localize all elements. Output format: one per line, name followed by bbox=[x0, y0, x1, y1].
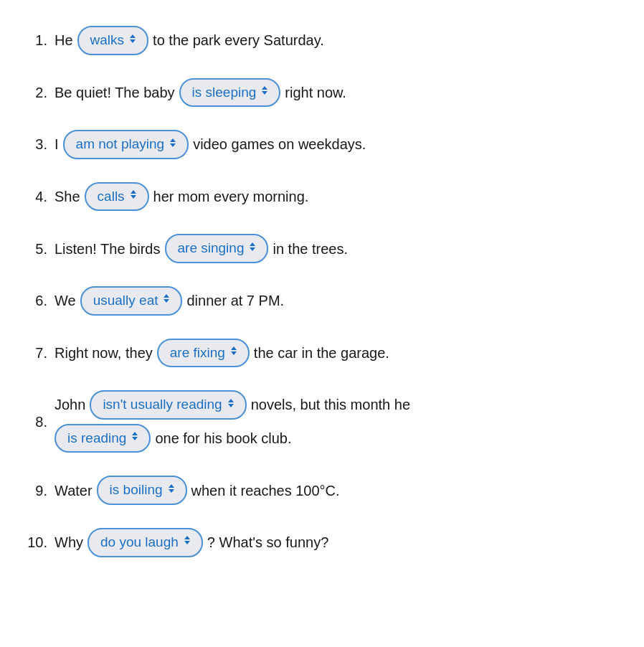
sentence-text: He bbox=[55, 30, 73, 50]
sentence-wrap: Shecallsher mom every morning. bbox=[55, 182, 622, 212]
list-item: 7.Right now, theyare fixingthe car in th… bbox=[22, 327, 622, 379]
sentence-number: 2. bbox=[22, 82, 47, 103]
chevron-icon bbox=[167, 483, 176, 499]
list-item: 2.Be quiet! The babyis sleepingright now… bbox=[22, 67, 622, 119]
dropdown-select[interactable]: usually eat bbox=[80, 286, 183, 316]
sentence-wrap: Listen! The birdsare singingin the trees… bbox=[55, 234, 622, 263]
chevron-icon bbox=[131, 430, 139, 446]
dropdown-select[interactable]: isn't usually reading bbox=[90, 390, 246, 420]
dropdown-select[interactable]: am not playing bbox=[63, 130, 189, 159]
sentence-number: 1. bbox=[22, 30, 47, 50]
sentence-text: the car in the garage. bbox=[254, 343, 389, 363]
list-item: 1.Hewalksto the park every Saturday. bbox=[22, 14, 622, 67]
sentence-number: 9. bbox=[22, 481, 47, 501]
chevron-icon bbox=[169, 137, 177, 153]
chevron-icon bbox=[129, 189, 138, 204]
sentence-text: John bbox=[55, 395, 85, 415]
sentence-text: in the trees. bbox=[273, 239, 348, 259]
sentence-wrap: Iam not playingvideo games on weekdays. bbox=[55, 130, 622, 159]
sentence-text: Right now, they bbox=[55, 343, 153, 363]
chevron-icon bbox=[162, 293, 171, 308]
sentence-text: when it reaches 100°C. bbox=[191, 481, 340, 501]
dropdown-select[interactable]: is boiling bbox=[97, 476, 187, 505]
sentence-text: Water bbox=[55, 481, 93, 501]
sentence-text: She bbox=[55, 186, 80, 207]
sentence-wrap: Whydo you laugh? What's so funny? bbox=[55, 528, 622, 557]
sentence-list: 1.Hewalksto the park every Saturday.2.Be… bbox=[22, 14, 622, 569]
list-item: 5.Listen! The birdsare singingin the tre… bbox=[22, 222, 622, 275]
dropdown-value: am not playing bbox=[76, 135, 165, 154]
dropdown-value: walks bbox=[90, 31, 125, 50]
sentence-text: right now. bbox=[285, 82, 346, 103]
dropdown-value: is reading bbox=[67, 429, 126, 448]
chevron-icon bbox=[260, 85, 269, 100]
list-item: 10.Whydo you laugh? What's so funny? bbox=[22, 516, 622, 569]
dropdown-value: do you laugh bbox=[100, 533, 179, 552]
dropdown-value: are fixing bbox=[170, 344, 225, 363]
chevron-icon bbox=[128, 33, 137, 49]
dropdown-value: is sleeping bbox=[192, 83, 257, 103]
chevron-icon bbox=[248, 241, 257, 257]
chevron-icon bbox=[227, 397, 235, 413]
sentence-text: I bbox=[55, 134, 59, 154]
sentence-number: 8. bbox=[22, 412, 47, 432]
sentence-text: her mom every morning. bbox=[153, 186, 309, 207]
dropdown-value: calls bbox=[98, 187, 125, 207]
dropdown-select[interactable]: do you laugh bbox=[87, 528, 203, 557]
sentence-number: 3. bbox=[22, 134, 47, 154]
list-item: 4.Shecallsher mom every morning. bbox=[22, 171, 622, 223]
dropdown-select[interactable]: calls bbox=[85, 182, 149, 212]
dropdown-select[interactable]: is reading bbox=[55, 424, 151, 453]
dropdown-select[interactable]: are singing bbox=[165, 234, 269, 263]
sentence-text: ? What's so funny? bbox=[207, 532, 328, 552]
sentence-text: dinner at 7 PM. bbox=[186, 291, 284, 311]
sentence-text: to the park every Saturday. bbox=[153, 30, 324, 50]
sentence-text: We bbox=[55, 291, 76, 311]
multiline-sentence: Johnisn't usually readingnovels, but thi… bbox=[55, 390, 622, 453]
sentence-number: 7. bbox=[22, 343, 47, 363]
sentence-text: Be quiet! The baby bbox=[55, 82, 175, 103]
sentence-text: video games on weekdays. bbox=[193, 134, 366, 154]
sentence-wrap: Hewalksto the park every Saturday. bbox=[55, 26, 622, 55]
sentence-text: novels, but this month he bbox=[251, 395, 410, 415]
dropdown-select[interactable]: is sleeping bbox=[179, 78, 281, 108]
dropdown-value: are singing bbox=[178, 239, 245, 258]
dropdown-value: usually eat bbox=[93, 291, 158, 311]
dropdown-value: isn't usually reading bbox=[103, 395, 222, 415]
sentence-number: 4. bbox=[22, 186, 47, 207]
chevron-icon bbox=[183, 534, 191, 550]
sentence-number: 10. bbox=[22, 532, 47, 552]
sentence-line: Johnisn't usually readingnovels, but thi… bbox=[55, 390, 622, 420]
sentence-wrap: Wateris boilingwhen it reaches 100°C. bbox=[55, 476, 622, 505]
sentence-text: one for his book club. bbox=[155, 428, 291, 448]
sentence-text: Listen! The birds bbox=[55, 239, 161, 259]
list-item: 3.Iam not playingvideo games on weekdays… bbox=[22, 118, 622, 171]
list-item: 6.Weusually eatdinner at 7 PM. bbox=[22, 275, 622, 327]
chevron-icon bbox=[229, 345, 238, 361]
dropdown-value: is boiling bbox=[110, 481, 163, 500]
sentence-wrap: Weusually eatdinner at 7 PM. bbox=[55, 286, 622, 316]
sentence-number: 6. bbox=[22, 291, 47, 311]
sentence-wrap: Be quiet! The babyis sleepingright now. bbox=[55, 78, 622, 108]
sentence-line: is readingone for his book club. bbox=[55, 424, 622, 453]
sentence-number: 5. bbox=[22, 239, 47, 259]
sentence-text: Why bbox=[55, 532, 83, 552]
dropdown-select[interactable]: are fixing bbox=[157, 339, 250, 368]
sentence-wrap: Right now, theyare fixingthe car in the … bbox=[55, 339, 622, 368]
dropdown-select[interactable]: walks bbox=[77, 26, 149, 55]
list-item: 9.Wateris boilingwhen it reaches 100°C. bbox=[22, 464, 622, 516]
list-item: 8.Johnisn't usually readingnovels, but t… bbox=[22, 379, 622, 464]
